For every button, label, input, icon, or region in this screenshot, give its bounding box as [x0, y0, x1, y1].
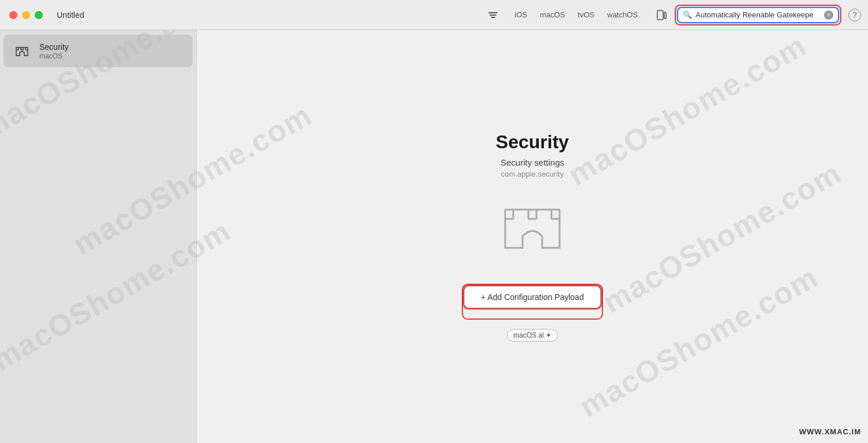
title-bar: Untitled iOS macOS tvOS watchOS	[0, 0, 868, 30]
tab-tvos[interactable]: tvOS	[572, 8, 600, 21]
page-title: Security	[496, 131, 569, 153]
castle-icon	[12, 41, 32, 61]
svg-rect-4	[664, 12, 666, 19]
page-identifier: com.apple.security	[501, 170, 564, 178]
search-highlight: 🔍 ×	[675, 5, 841, 25]
add-payload-highlight: + Add Configuration Payload	[462, 284, 603, 320]
svg-rect-14	[505, 210, 513, 219]
maximize-button[interactable]	[35, 11, 43, 19]
add-configuration-payload-button[interactable]: + Add Configuration Payload	[464, 286, 601, 308]
sidebar: Security macOS	[0, 30, 197, 443]
sidebar-item-subtitle: macOS	[39, 52, 69, 60]
tab-macos[interactable]: macOS	[534, 8, 571, 21]
window-title: Untitled	[57, 10, 84, 20]
filter-icon	[488, 10, 498, 20]
device-icon	[656, 9, 667, 21]
platform-badge-text: macOS al ✦	[513, 331, 551, 339]
minimize-button[interactable]	[22, 11, 30, 19]
window-controls	[0, 11, 43, 19]
sidebar-item-title: Security	[39, 42, 69, 52]
svg-rect-3	[657, 10, 663, 20]
tab-ios[interactable]: iOS	[509, 8, 533, 21]
platform-badge[interactable]: macOS al ✦	[507, 329, 558, 342]
sidebar-item-security[interactable]: Security macOS	[3, 35, 193, 67]
device-icon-button[interactable]	[653, 6, 670, 24]
search-icon: 🔍	[683, 10, 692, 19]
filter-icon-button[interactable]	[484, 6, 502, 24]
main-castle-icon	[501, 197, 564, 263]
search-clear-button[interactable]: ×	[824, 10, 833, 20]
page-subtitle: Security settings	[501, 158, 564, 167]
platform-tabs: iOS macOS tvOS watchOS	[509, 8, 643, 21]
help-button[interactable]: ?	[848, 9, 861, 21]
close-button[interactable]	[9, 11, 17, 19]
tab-watchos[interactable]: watchOS	[601, 8, 643, 21]
svg-rect-15	[528, 210, 536, 219]
bottom-watermark: WWW.XMAC.IM	[799, 427, 861, 436]
sidebar-item-text: Security macOS	[39, 42, 69, 60]
search-box: 🔍 ×	[677, 7, 839, 23]
toolbar-right: iOS macOS tvOS watchOS 🔍 × ?	[484, 5, 868, 25]
svg-rect-16	[551, 210, 560, 219]
search-input[interactable]	[696, 10, 821, 19]
main-content: Security Security settings com.apple.sec…	[197, 30, 868, 443]
